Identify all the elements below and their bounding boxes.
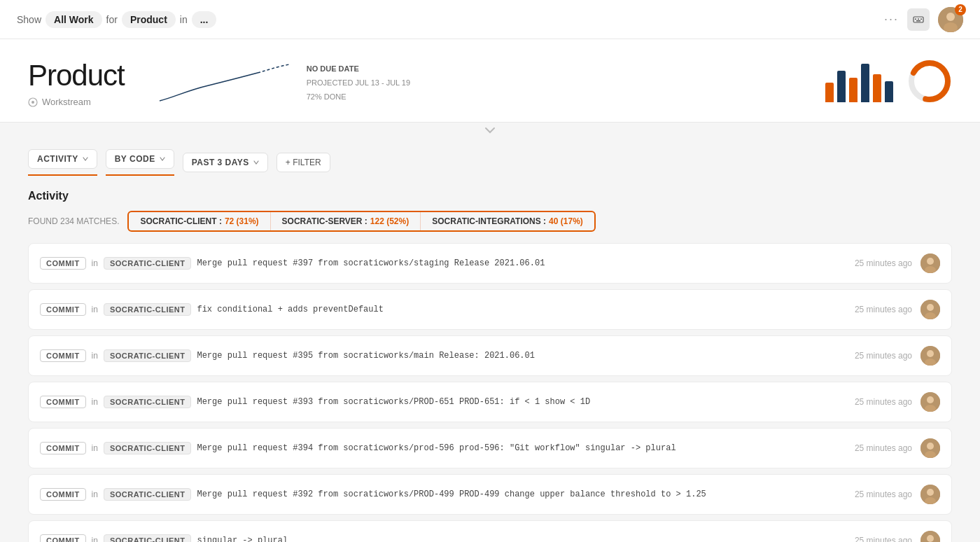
keyboard-shortcut-button[interactable] xyxy=(907,8,930,31)
topbar: Show All Work for Product in ... ··· xyxy=(0,0,980,39)
row-right-2: 25 minutes ago xyxy=(855,346,940,366)
repo-pill-1[interactable]: SOCRATIC-SERVER : 122 (52%) xyxy=(271,212,421,230)
no-due-date: NO DUE DATE xyxy=(307,62,410,76)
row-avatar-5 xyxy=(920,485,940,504)
donut-chart xyxy=(907,59,952,104)
table-row[interactable]: COMMIT in SOCRATIC-CLIENT Merge pull req… xyxy=(28,474,952,515)
activity-filter-button[interactable]: ACTIVITY xyxy=(28,149,97,169)
time-text-3: 25 minutes ago xyxy=(855,397,912,407)
svg-point-6 xyxy=(946,13,955,21)
repo-pill-0[interactable]: SOCRATIC-CLIENT : 72 (31%) xyxy=(129,212,270,230)
row-right-1: 25 minutes ago xyxy=(855,300,940,319)
svg-rect-1 xyxy=(915,18,916,20)
more-pill[interactable]: ... xyxy=(192,11,217,28)
repo-pill-2[interactable]: SOCRATIC-INTEGRATIONS : 40 (17%) xyxy=(421,212,594,230)
in-text-4: in xyxy=(92,443,98,453)
commit-message-3: Merge pull request #393 from socraticwor… xyxy=(197,397,854,407)
row-avatar-image-4 xyxy=(920,438,940,458)
past-3-days-filter-wrap: PAST 3 DAYS xyxy=(183,153,268,172)
repo-badge-5: SOCRATIC-CLIENT xyxy=(104,488,192,501)
row-avatar-3 xyxy=(920,392,940,412)
table-row[interactable]: COMMIT in SOCRATIC-CLIENT Merge pull req… xyxy=(28,428,952,468)
time-text-1: 25 minutes ago xyxy=(855,305,912,314)
repo-badge-2: SOCRATIC-CLIENT xyxy=(104,349,192,362)
product-pill[interactable]: Product xyxy=(122,11,176,28)
workstream-label: Workstream xyxy=(42,97,91,107)
more-options-button[interactable]: ··· xyxy=(884,12,899,27)
commit-message-4: Merge pull request #394 from socraticwor… xyxy=(197,443,854,453)
row-right-6: 25 minutes ago xyxy=(855,531,940,542)
table-row[interactable]: COMMIT in SOCRATIC-CLIENT singular -> pl… xyxy=(28,520,952,542)
hero-chart-area: .dash { stroke-dasharray: 4,3; } NO DUE … xyxy=(125,59,825,108)
row-avatar-image-6 xyxy=(920,531,940,542)
repo-pills: SOCRATIC-CLIENT : 72 (31%)SOCRATIC-SERVE… xyxy=(127,211,595,232)
done-pct: 72% DONE xyxy=(307,90,410,104)
in-text-3: in xyxy=(92,397,98,407)
svg-point-16 xyxy=(927,304,934,311)
hero-title: Product xyxy=(28,59,125,92)
row-left-4: COMMIT in SOCRATIC-CLIENT Merge pull req… xyxy=(40,442,855,454)
commit-badge-0: COMMIT xyxy=(40,257,86,270)
commit-message-2: Merge pull request #395 from socraticwor… xyxy=(197,351,854,361)
commit-badge-2: COMMIT xyxy=(40,349,86,362)
repo-pill-name-1: SOCRATIC-SERVER : xyxy=(282,216,368,226)
time-text-6: 25 minutes ago xyxy=(855,536,912,542)
row-left-2: COMMIT in SOCRATIC-CLIENT Merge pull req… xyxy=(40,349,855,362)
chevron-down-small-icon3 xyxy=(253,160,259,165)
in-text-5: in xyxy=(92,489,98,499)
commit-message-6: singular -> plural xyxy=(197,536,854,542)
by-code-filter-button[interactable]: BY CODE xyxy=(106,149,174,169)
svg-rect-3 xyxy=(920,18,922,20)
table-row[interactable]: COMMIT in SOCRATIC-CLIENT Merge pull req… xyxy=(28,382,952,422)
commit-message-5: Merge pull request #392 from socraticwor… xyxy=(197,489,854,499)
table-row[interactable]: COMMIT in SOCRATIC-CLIENT fix conditiona… xyxy=(28,289,952,330)
svg-point-25 xyxy=(927,443,934,450)
table-row[interactable]: COMMIT in SOCRATIC-CLIENT Merge pull req… xyxy=(28,243,952,284)
bar-0 xyxy=(825,83,834,102)
sparkline-chart: .dash { stroke-dasharray: 4,3; } xyxy=(153,59,293,108)
found-text: FOUND 234 MATCHES. xyxy=(28,216,119,226)
match-bar: FOUND 234 MATCHES. SOCRATIC-CLIENT : 72 … xyxy=(28,211,952,232)
svg-rect-4 xyxy=(916,20,920,22)
filter-bar: ACTIVITY BY CODE PAST 3 DAYS + FILTER xyxy=(0,138,980,176)
bar-4 xyxy=(873,74,881,102)
row-avatar-image-0 xyxy=(920,253,940,273)
in-text-6: in xyxy=(92,536,98,542)
svg-point-19 xyxy=(927,350,934,357)
svg-point-31 xyxy=(927,535,934,542)
repo-pill-name-2: SOCRATIC-INTEGRATIONS : xyxy=(432,216,546,226)
row-left-3: COMMIT in SOCRATIC-CLIENT Merge pull req… xyxy=(40,396,855,408)
row-avatar-4 xyxy=(920,438,940,458)
topbar-right: ··· 2 xyxy=(884,7,963,32)
row-right-3: 25 minutes ago xyxy=(855,392,940,412)
repo-pill-count-1: 122 (52%) xyxy=(370,216,409,226)
bar-1 xyxy=(837,71,846,102)
svg-point-22 xyxy=(927,396,934,403)
time-text-2: 25 minutes ago xyxy=(855,351,912,361)
user-avatar-wrap[interactable]: 2 xyxy=(938,7,963,32)
svg-point-9 xyxy=(31,101,34,104)
repo-pill-count-2: 40 (17%) xyxy=(549,216,583,226)
time-text-0: 25 minutes ago xyxy=(855,258,912,268)
row-avatar-image-3 xyxy=(920,392,940,412)
table-row[interactable]: COMMIT in SOCRATIC-CLIENT Merge pull req… xyxy=(28,335,952,376)
commit-badge-4: COMMIT xyxy=(40,442,86,454)
bar-3 xyxy=(861,64,869,102)
all-work-pill[interactable]: All Work xyxy=(46,11,102,28)
hero-left: Product Workstream xyxy=(28,59,125,107)
hero-subtitle: Workstream xyxy=(28,97,125,107)
row-left-0: COMMIT in SOCRATIC-CLIENT Merge pull req… xyxy=(40,257,855,270)
projected-dates: PROJECTED JUL 13 - JUL 19 xyxy=(307,76,410,90)
row-left-5: COMMIT in SOCRATIC-CLIENT Merge pull req… xyxy=(40,488,855,501)
time-text-4: 25 minutes ago xyxy=(855,443,912,453)
chevron-down-small-icon2 xyxy=(160,157,165,161)
collapse-button[interactable] xyxy=(0,123,980,138)
past-3-days-filter-button[interactable]: PAST 3 DAYS xyxy=(183,153,268,172)
in-label: in xyxy=(180,14,188,25)
svg-point-28 xyxy=(927,489,934,496)
by-code-filter-wrap: BY CODE xyxy=(106,149,174,176)
add-filter-button[interactable]: + FILTER xyxy=(276,153,330,172)
repo-pill-count-0: 72 (31%) xyxy=(225,216,259,226)
row-right-4: 25 minutes ago xyxy=(855,438,940,458)
row-right-0: 25 minutes ago xyxy=(855,253,940,273)
